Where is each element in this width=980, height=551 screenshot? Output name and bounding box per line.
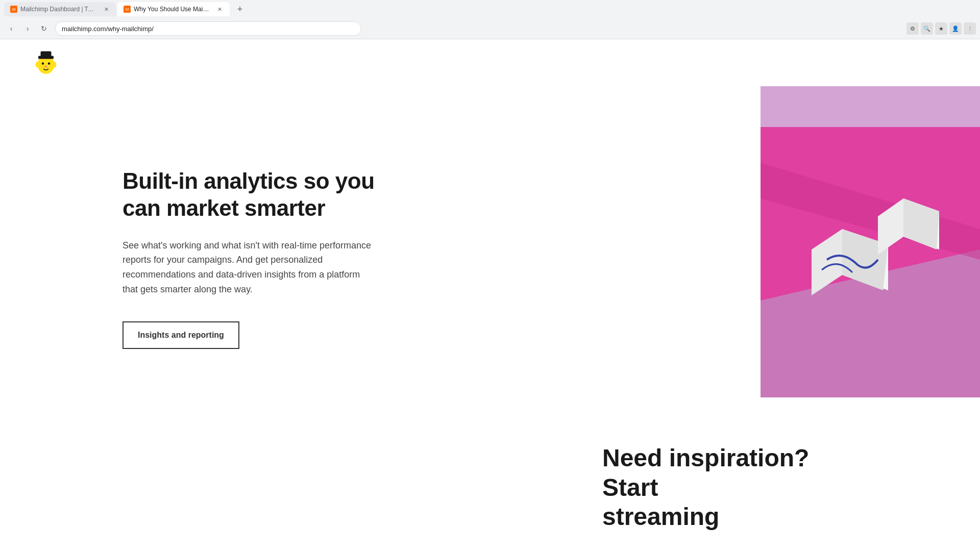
address-bar[interactable]: mailchimp.com/why-mailchimp/: [55, 21, 361, 36]
nav-buttons: ‹ › ↻: [4, 21, 51, 36]
svg-point-1: [42, 62, 44, 65]
tab-1-close[interactable]: ✕: [102, 5, 110, 13]
section-body-text: See what's working and what isn't with r…: [122, 238, 378, 297]
profile-icon[interactable]: 👤: [949, 22, 962, 35]
tab-2-close[interactable]: ✕: [215, 5, 224, 13]
tab-1-title: Mailchimp Dashboard | Teach...: [20, 6, 97, 13]
svg-point-6: [36, 62, 40, 68]
new-tab-button[interactable]: +: [233, 2, 247, 16]
tab-1[interactable]: M Mailchimp Dashboard | Teach... ✕: [4, 2, 116, 16]
tab-2-favicon: M: [124, 6, 131, 13]
svg-point-3: [44, 65, 47, 68]
bottom-section: Need inspiration? Start streaming: [0, 403, 980, 551]
svg-rect-5: [41, 52, 52, 57]
bottom-heading: Need inspiration? Start streaming: [602, 443, 857, 532]
menu-icon[interactable]: ⋮: [964, 22, 976, 35]
svg-point-2: [48, 62, 51, 65]
toolbar-icons: ⚙ 🔍 ★ 👤 ⋮: [906, 22, 976, 35]
background-shapes: [761, 86, 980, 397]
extensions-icon[interactable]: ⚙: [906, 22, 919, 35]
reload-button[interactable]: ↻: [37, 21, 51, 36]
back-button[interactable]: ‹: [4, 21, 18, 36]
address-bar-row: ‹ › ↻ mailchimp.com/why-mailchimp/ ⚙ 🔍 ★…: [0, 18, 980, 39]
main-section: Built-in analytics so you can market sma…: [0, 86, 980, 403]
forward-button[interactable]: ›: [20, 21, 35, 36]
logo-container[interactable]: [31, 47, 61, 78]
page-content: Built-in analytics so you can market sma…: [0, 39, 980, 551]
section-heading: Built-in analytics so you can market sma…: [122, 168, 378, 222]
site-header: [0, 39, 980, 86]
tab-bar: M Mailchimp Dashboard | Teach... ✕ M Why…: [0, 0, 980, 18]
bottom-heading-line1: Need inspiration? Start: [602, 444, 809, 501]
image-visual: [761, 86, 980, 397]
bookmark-icon[interactable]: ★: [935, 22, 947, 35]
tab-2[interactable]: M Why You Should Use Mailchim... ✕: [117, 2, 230, 16]
bottom-heading-line2: streaming: [602, 503, 719, 530]
cta-button[interactable]: Insights and reporting: [122, 321, 239, 349]
mailchimp-logo: [31, 47, 61, 78]
bottom-content: Need inspiration? Start streaming: [602, 443, 857, 532]
zoom-icon[interactable]: 🔍: [921, 22, 933, 35]
tab-2-title: Why You Should Use Mailchim...: [134, 6, 210, 13]
tab-1-favicon: M: [10, 6, 17, 13]
svg-point-7: [53, 62, 57, 68]
address-text: mailchimp.com/why-mailchimp/: [62, 25, 154, 33]
image-panel: [761, 86, 980, 397]
browser-chrome: M Mailchimp Dashboard | Teach... ✕ M Why…: [0, 0, 980, 39]
content-left: Built-in analytics so you can market sma…: [122, 127, 378, 349]
